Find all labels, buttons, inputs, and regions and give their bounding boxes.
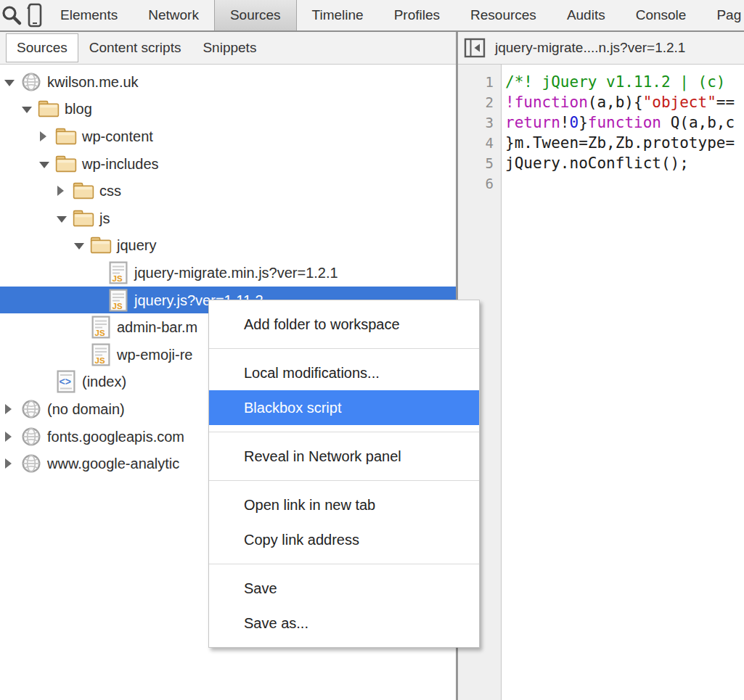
tree-item-label: kwilson.me.uk: [47, 73, 139, 91]
disclosure-triangle: [5, 432, 12, 442]
line-number[interactable]: 1: [458, 72, 501, 92]
tree-item-blog[interactable]: blog: [0, 96, 456, 123]
tree-item-jquery-migrate-min-js-ver-1-2-1[interactable]: JSjquery-migrate.min.js?ver=1.2.1: [0, 259, 456, 287]
menu-item-copy-link-address[interactable]: Copy link address: [209, 522, 479, 557]
code-token-comment: /*! jQuery v1.11.2 | (c): [505, 73, 735, 91]
chevron-down-icon[interactable]: [73, 236, 90, 254]
tree-item-jquery[interactable]: jquery: [0, 232, 456, 260]
editor-header: jquery-migrate....n.js?ver=1.2.1: [458, 32, 744, 65]
tree-indent-spacer: [73, 318, 90, 336]
tree-item-wp-includes[interactable]: wp-includes: [0, 150, 456, 178]
navigator-tab-strip: SourcesContent scriptsSnippets: [0, 32, 456, 64]
device-toolbar-icon[interactable]: [23, 0, 45, 30]
code-line-3: return!0}function Q(a,b,c: [505, 112, 744, 133]
tree-item-label: blog: [65, 100, 92, 118]
devtools-top-toolbar: ElementsNetworkSourcesTimelineProfilesRe…: [0, 0, 744, 32]
menu-item-reveal-in-network-panel[interactable]: Reveal in Network panel: [209, 439, 479, 474]
code-area: /*! jQuery v1.11.2 | (c) !function(a,b){…: [502, 65, 744, 700]
folder-icon: [73, 206, 94, 231]
globe-icon: [20, 397, 42, 421]
menu-group: Local modifications...Blackbox script: [209, 349, 479, 432]
menu-item-local-modifications[interactable]: Local modifications...: [209, 355, 479, 390]
tab-elements[interactable]: Elements: [45, 0, 133, 30]
disclosure-triangle: [5, 404, 12, 414]
tree-item-label: wp-content: [82, 128, 153, 145]
navigator-tab-content-scripts[interactable]: Content scripts: [78, 32, 192, 64]
tree-item-label: jquery: [117, 236, 156, 254]
chevron-right-icon[interactable]: [3, 428, 20, 445]
tab-resources[interactable]: Resources: [455, 0, 552, 30]
line-number[interactable]: 3: [458, 112, 501, 133]
menu-item-blackbox-script[interactable]: Blackbox script: [209, 390, 479, 425]
menu-item-add-folder-to-workspace[interactable]: Add folder to workspace: [209, 307, 479, 342]
line-number[interactable]: 4: [458, 133, 501, 153]
tab-timeline[interactable]: Timeline: [297, 0, 379, 30]
tab-console[interactable]: Console: [621, 0, 702, 30]
tab-pag[interactable]: Pag: [701, 0, 744, 30]
code-line-4: }m.Tween=Zb,Zb.prototype=: [505, 133, 744, 153]
js-file-icon: JS: [90, 315, 112, 339]
svg-text:JS: JS: [113, 273, 123, 282]
tree-indent-spacer: [90, 264, 107, 281]
globe-icon: [20, 451, 42, 476]
folder-icon: [73, 178, 94, 203]
svg-text:<>: <>: [60, 376, 71, 387]
tree-item-js[interactable]: js: [0, 205, 456, 232]
line-number[interactable]: 2: [458, 92, 501, 112]
line-number[interactable]: 6: [458, 173, 501, 194]
chevron-right-icon[interactable]: [55, 182, 73, 199]
tree-item-label: admin-bar.m: [117, 318, 197, 336]
code-token-number: 0: [570, 114, 579, 131]
code-token-plain: }: [579, 114, 588, 131]
chevron-down-icon[interactable]: [20, 100, 38, 118]
menu-item-save-as[interactable]: Save as...: [209, 606, 479, 641]
disclosure-triangle: [4, 80, 15, 86]
tree-item-kwilson-me-uk[interactable]: kwilson.me.uk: [0, 68, 456, 96]
folder-icon: [55, 124, 77, 149]
js-file-icon: JS: [107, 260, 129, 285]
navigator-tab-snippets[interactable]: Snippets: [192, 32, 267, 64]
menu-group: Add folder to workspace: [209, 300, 479, 349]
js-file-icon: JS: [90, 342, 112, 367]
sources-sub-toolbar: SourcesContent scriptsSnippets: [0, 32, 456, 65]
tab-profiles[interactable]: Profiles: [379, 0, 455, 30]
navigator-tab-sources[interactable]: Sources: [6, 33, 78, 62]
panel-tab-strip: ElementsNetworkSourcesTimelineProfilesRe…: [45, 0, 744, 30]
chevron-right-icon[interactable]: [3, 400, 20, 418]
tree-item-label: jquery-migrate.min.js?ver=1.2.1: [134, 264, 338, 281]
tab-sources[interactable]: Sources: [214, 0, 297, 30]
tab-audits[interactable]: Audits: [552, 0, 621, 30]
chevron-right-icon[interactable]: [3, 455, 20, 472]
disclosure-triangle: [39, 162, 49, 168]
html-file-icon: <>: [55, 369, 77, 394]
code-line-1: /*! jQuery v1.11.2 | (c): [505, 72, 744, 92]
chevron-right-icon[interactable]: [38, 128, 55, 145]
menu-item-save[interactable]: Save: [209, 571, 479, 606]
chevron-down-icon[interactable]: [3, 73, 20, 91]
code-line-5: jQuery.noConflict();: [505, 153, 744, 173]
tab-network[interactable]: Network: [133, 0, 214, 30]
editor-file-tab[interactable]: jquery-migrate....n.js?ver=1.2.1: [495, 40, 685, 56]
tree-item-label: css: [99, 182, 121, 199]
hide-navigator-icon[interactable]: [464, 38, 486, 58]
code-token-plain: }m.Tween=Zb,Zb.prototype=: [505, 134, 735, 152]
tree-indent-spacer: [38, 373, 55, 390]
menu-group: SaveSave as...: [209, 564, 479, 647]
chevron-down-icon[interactable]: [55, 210, 73, 227]
menu-item-open-link-in-new-tab[interactable]: Open link in new tab: [209, 487, 479, 522]
chevron-down-icon[interactable]: [38, 155, 55, 173]
disclosure-triangle: [22, 107, 32, 113]
svg-text:JS: JS: [95, 355, 105, 364]
code-token-keyword: function: [588, 114, 661, 131]
globe-icon: [20, 424, 42, 449]
code-token-keyword: !function: [505, 94, 588, 111]
hide-navigator-glyph: [464, 38, 486, 58]
context-menu: Add folder to workspaceLocal modificatio…: [208, 300, 480, 648]
line-number[interactable]: 5: [458, 153, 501, 173]
js-file-icon: JS: [107, 288, 129, 313]
search-icon[interactable]: [0, 0, 23, 30]
tree-item-label: wp-includes: [82, 155, 159, 173]
tree-item-label: (index): [82, 373, 126, 390]
tree-item-wp-content[interactable]: wp-content: [0, 123, 456, 150]
tree-item-css[interactable]: css: [0, 177, 456, 205]
